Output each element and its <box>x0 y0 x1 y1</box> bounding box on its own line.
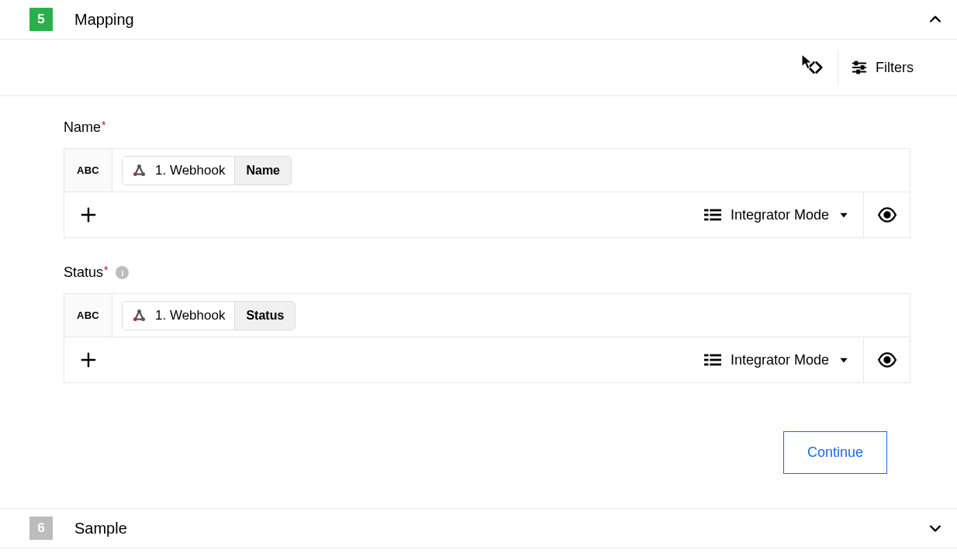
field-label-text: Status <box>64 264 103 281</box>
svg-rect-13 <box>704 214 709 216</box>
sample-section-header[interactable]: 6 Sample <box>0 508 957 548</box>
svg-rect-12 <box>710 209 721 212</box>
token-row[interactable]: ABC <box>64 294 910 337</box>
token-row[interactable]: ABC <box>64 149 910 192</box>
svg-rect-14 <box>710 214 721 216</box>
field-label: Status* i <box>64 264 910 281</box>
mode-label: Integrator Mode <box>731 352 829 368</box>
mode-icon <box>704 352 721 368</box>
svg-rect-23 <box>704 354 709 357</box>
field-label-text: Name <box>64 119 101 136</box>
caret-down-icon <box>838 209 849 220</box>
webhook-icon <box>129 161 149 181</box>
token-field: Name <box>234 157 291 185</box>
chevron-down-icon[interactable] <box>926 519 945 538</box>
svg-rect-3 <box>855 62 858 65</box>
mode-label: Integrator Mode <box>731 207 829 223</box>
mapping-toolbar: Filters <box>0 40 957 96</box>
control-row: Integrator Mode <box>64 337 910 382</box>
section-title: Mapping <box>74 11 926 29</box>
svg-rect-16 <box>710 219 721 221</box>
visibility-button[interactable] <box>863 337 910 382</box>
svg-rect-28 <box>710 364 721 366</box>
footer-actions: Continue <box>64 410 910 500</box>
token-source: 1. Webhook <box>155 163 225 178</box>
mapping-section-header[interactable]: 5 Mapping <box>0 0 957 40</box>
field-box: ABC <box>64 148 910 238</box>
add-button[interactable] <box>64 192 112 237</box>
svg-point-17 <box>884 213 890 218</box>
step-number-badge: 6 <box>29 517 53 540</box>
svg-point-29 <box>884 358 890 363</box>
continue-button[interactable]: Continue <box>783 431 887 474</box>
field-group-status: Status* i ABC <box>64 264 910 383</box>
svg-rect-24 <box>710 354 721 357</box>
caret-down-icon <box>838 354 849 365</box>
webhook-icon <box>129 306 149 326</box>
toolbar-divider <box>838 50 838 85</box>
info-icon[interactable]: i <box>116 266 129 279</box>
visibility-button[interactable] <box>863 192 910 237</box>
type-badge: ABC <box>64 294 112 337</box>
section-title: Sample <box>74 520 926 538</box>
svg-rect-15 <box>704 219 709 221</box>
field-group-name: Name* ABC <box>64 119 910 238</box>
required-mark: * <box>102 119 105 131</box>
mapping-token[interactable]: 1. Webhook Status <box>122 301 295 330</box>
svg-rect-27 <box>704 364 709 366</box>
mode-select[interactable]: Integrator Mode <box>690 207 863 223</box>
svg-rect-4 <box>862 66 864 69</box>
required-mark: * <box>104 264 108 276</box>
mode-select[interactable]: Integrator Mode <box>690 352 863 368</box>
token-area[interactable]: 1. Webhook Status <box>112 295 910 337</box>
control-row: Integrator Mode <box>64 192 910 237</box>
filters-button[interactable]: Filters <box>840 54 924 81</box>
mapping-token[interactable]: 1. Webhook Name <box>122 156 292 185</box>
svg-rect-25 <box>704 359 709 361</box>
token-source: 1. Webhook <box>155 308 225 323</box>
add-button[interactable] <box>64 337 112 382</box>
mode-icon <box>704 207 721 223</box>
svg-rect-11 <box>704 209 709 212</box>
token-area[interactable]: 1. Webhook Name <box>112 150 910 192</box>
type-badge: ABC <box>64 149 112 192</box>
chevron-up-icon[interactable] <box>926 10 945 29</box>
mapping-content: Name* ABC <box>0 96 957 508</box>
field-box: ABC <box>64 293 910 383</box>
token-field: Status <box>234 302 295 330</box>
field-label: Name* <box>64 119 910 136</box>
svg-rect-26 <box>710 359 721 361</box>
filters-label: Filters <box>876 60 914 76</box>
code-view-button[interactable] <box>794 53 836 82</box>
svg-rect-5 <box>857 71 859 74</box>
step-number-badge: 5 <box>29 8 53 31</box>
